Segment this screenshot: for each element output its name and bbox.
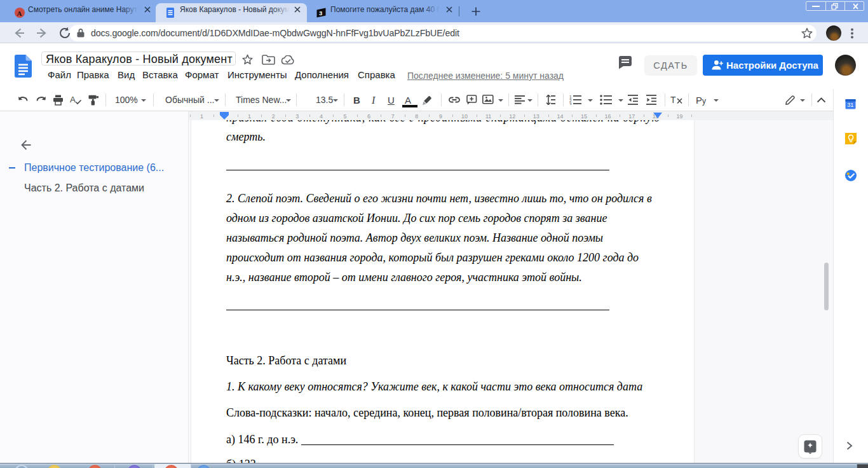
svg-text:3: 3 (319, 10, 322, 17)
svg-text:31: 31 (847, 102, 853, 108)
svg-text:T: T (670, 95, 676, 105)
svg-text:3: 3 (569, 102, 572, 105)
svg-text:A: A (70, 95, 76, 104)
